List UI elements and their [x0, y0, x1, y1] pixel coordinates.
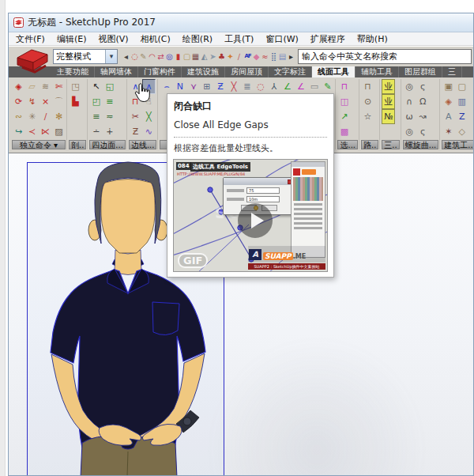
- spiral2-tool[interactable]: ◎: [403, 124, 416, 139]
- cylinder-icon[interactable]: ▮: [174, 50, 182, 63]
- blob-icon[interactable]: ≈: [261, 50, 269, 63]
- grid-icon[interactable]: ▦: [191, 50, 200, 63]
- plus-line-tool[interactable]: ∔: [103, 124, 116, 139]
- arc-pick-tool[interactable]: ⌒: [52, 94, 66, 109]
- z-curve-tool[interactable]: Ƶ: [129, 124, 142, 139]
- arc-icon[interactable]: ◠: [148, 50, 156, 63]
- slash-tool[interactable]: ∕: [39, 109, 52, 124]
- plane-icon[interactable]: ➤: [209, 50, 217, 63]
- wave-curve-tool[interactable]: ∿: [142, 124, 156, 139]
- star-tool[interactable]: ☆: [361, 109, 374, 124]
- yellow-tool-2[interactable]: 业: [382, 94, 395, 109]
- roll-tool[interactable]: ↯: [25, 94, 39, 109]
- command-search-input[interactable]: [298, 49, 472, 64]
- tool-group-label-three-d-tools[interactable]: 三..: [382, 140, 399, 149]
- play-right-icon[interactable]: ▸: [287, 50, 295, 63]
- tree-branch-tool[interactable]: ⅄: [267, 79, 280, 94]
- nav-left-icon[interactable]: ◂: [122, 50, 130, 63]
- tool-group-label-selection-tools[interactable]: 选...: [337, 140, 358, 149]
- tab-7[interactable]: 辅助工具: [356, 66, 399, 77]
- section-corner-tool[interactable]: ▙: [69, 94, 82, 109]
- dashed-circle-tool[interactable]: ◌: [254, 79, 267, 94]
- tool-group-label-edge-tools[interactable]: 边线...: [129, 140, 157, 149]
- remove-lines-tool[interactable]: ≂: [103, 109, 116, 124]
- box-frame-tool[interactable]: ▣: [442, 79, 455, 94]
- offset-circle-icon[interactable]: ◌: [130, 50, 139, 63]
- loop-lines-tool[interactable]: ≡: [103, 94, 116, 109]
- tab-9[interactable]: 三: [442, 66, 462, 77]
- menu-item-4[interactable]: 绘图(R): [182, 33, 213, 45]
- menu-item-8[interactable]: 帮助(H): [357, 33, 388, 45]
- minus-line-tool[interactable]: ∸: [89, 124, 103, 139]
- tool-group-label-building-tools[interactable]: 建筑工...: [442, 140, 474, 149]
- pencil-icon[interactable]: ∕: [235, 50, 243, 63]
- burst-tool[interactable]: ✳: [25, 109, 39, 124]
- dot-grid-icon[interactable]: ⣿: [269, 50, 278, 63]
- z-stair-tool[interactable]: Z: [455, 109, 468, 124]
- vertex-tool[interactable]: ⋎: [186, 79, 200, 94]
- green-arrow-tool[interactable]: ↗: [337, 109, 351, 124]
- tree-icon[interactable]: ♣: [217, 50, 226, 63]
- arch-curve-tool[interactable]: ∩: [403, 94, 416, 109]
- pencil-green-tool[interactable]: ∠: [280, 79, 294, 94]
- tab-8[interactable]: 图层群组: [399, 66, 442, 77]
- tab-6[interactable]: 线面工具: [312, 66, 356, 77]
- split-edge-tool[interactable]: ✂: [129, 109, 142, 124]
- quad-green-tool[interactable]: ◱: [103, 79, 116, 94]
- tab-1[interactable]: 轴网墙体: [95, 66, 138, 77]
- menu-item-1[interactable]: 编辑(E): [57, 33, 87, 45]
- magenta-grid-tool[interactable]: ▩: [337, 124, 351, 139]
- magenta-frame-tool[interactable]: ◫: [337, 94, 351, 109]
- curve-tool[interactable]: ≺: [25, 124, 39, 139]
- af-icon[interactable]: AF: [243, 50, 252, 63]
- diamond-icon[interactable]: ◆: [252, 50, 261, 63]
- select-arrow-tool[interactable]: ↖: [89, 79, 103, 94]
- palette-icon[interactable]: ✦: [226, 50, 235, 63]
- c-curve-tool[interactable]: ς: [416, 79, 430, 94]
- w-curve-tool[interactable]: ω: [403, 109, 416, 124]
- arc-handles-tool[interactable]: ⌢: [160, 79, 173, 94]
- tool-group-label-path-tools[interactable]: 路..: [361, 140, 378, 149]
- menu-item-6[interactable]: 窗口(W): [265, 33, 298, 45]
- box-open-tool[interactable]: ▢: [455, 79, 468, 94]
- mirror-icon[interactable]: ◭: [200, 50, 209, 63]
- a-frame-tool[interactable]: A: [442, 109, 455, 124]
- tab-0[interactable]: 主要功能: [51, 66, 95, 77]
- magenta-box-tool[interactable]: ⊓: [337, 79, 351, 94]
- menu-item-2[interactable]: 视图(V): [98, 33, 128, 45]
- tool-group-label-independent-commands[interactable]: 独立命令 ▾: [12, 140, 66, 149]
- brush-icon[interactable]: ✎: [139, 50, 148, 63]
- rect-frame-tool[interactable]: ▭: [307, 79, 321, 94]
- menu-item-0[interactable]: 文件(F): [16, 33, 45, 45]
- yellow-tool-1[interactable]: 业: [382, 79, 395, 94]
- tab-3[interactable]: 建筑设施: [182, 66, 225, 77]
- mode-dropdown[interactable]: 完整模式 ▾: [53, 49, 118, 64]
- box-icon[interactable]: ▢: [182, 50, 191, 63]
- cut-red-tool[interactable]: ✄: [52, 79, 66, 94]
- draw-pencil-tool[interactable]: ✎: [321, 79, 334, 94]
- tool-group-label-spiral-curve-tools[interactable]: 螺旋曲...: [403, 140, 439, 149]
- hatch-tool[interactable]: ▨: [52, 124, 66, 139]
- menu-item-5[interactable]: 工具(T): [224, 33, 254, 45]
- tool-group-label-section-tools[interactable]: 剖..: [69, 140, 86, 149]
- tab-4[interactable]: 房间屋顶: [225, 66, 269, 77]
- menu-item-3[interactable]: 相机(C): [141, 33, 171, 45]
- tile-tool[interactable]: ◇: [455, 124, 468, 139]
- roof-tool[interactable]: ◈: [442, 94, 455, 109]
- omega-curve-tool[interactable]: Ω: [416, 94, 430, 109]
- chevron-down-icon[interactable]: ▾: [105, 50, 117, 63]
- quad-face-tool[interactable]: ▱: [25, 79, 39, 94]
- wall-tool[interactable]: ▥: [455, 94, 468, 109]
- cross-green-tool[interactable]: ╳: [142, 109, 156, 124]
- z-edge-tool[interactable]: Ƶ: [213, 79, 227, 94]
- keyhole-tool[interactable]: ⊙: [361, 94, 374, 109]
- quad-convert-tool[interactable]: ◰: [89, 94, 103, 109]
- zigzag-tool[interactable]: N: [173, 79, 186, 94]
- tab-2[interactable]: 门窗构件: [138, 66, 182, 77]
- wave-tool[interactable]: ≋: [39, 79, 52, 94]
- spiral-icon[interactable]: ◎: [165, 50, 174, 63]
- cross-red-tool[interactable]: ╳: [227, 79, 240, 94]
- tool-group-label-quad-face-tools[interactable]: 四边面...: [89, 140, 126, 149]
- spiral-tool[interactable]: ◎: [403, 79, 416, 94]
- s-curve-tool[interactable]: ↝: [416, 109, 430, 124]
